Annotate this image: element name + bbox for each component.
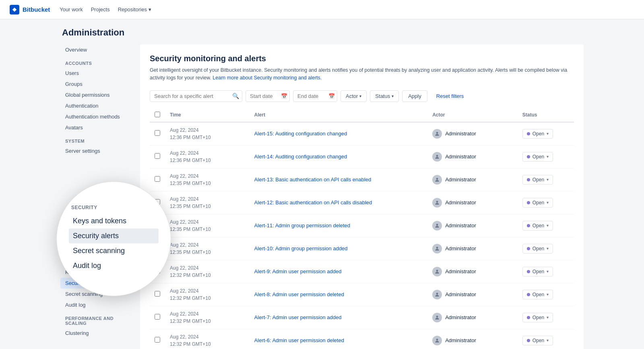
col-status: Status [518, 108, 574, 122]
alert-link[interactable]: Alert-6: Admin user permission deleted [254, 337, 344, 343]
status-badge[interactable]: Open▾ [522, 129, 553, 139]
actor-cell: Administrator [427, 283, 518, 306]
status-dot [527, 270, 530, 273]
sidebar-item-avatars[interactable]: Avatars [60, 122, 134, 133]
status-cell: Open▾ [518, 260, 574, 283]
status-badge[interactable]: Open▾ [522, 336, 553, 345]
actor-cell: Administrator [427, 191, 518, 214]
svg-point-3 [436, 201, 438, 203]
status-dot [527, 201, 530, 204]
status-dropdown-icon: ▾ [547, 131, 549, 136]
actor-avatar [432, 129, 442, 139]
status-badge[interactable]: Open▾ [522, 290, 553, 299]
main-content: Security monitoring and alerts Get intel… [140, 44, 584, 349]
status-badge[interactable]: Open▾ [522, 244, 553, 253]
reset-filters-button[interactable]: Reset filters [431, 91, 470, 102]
zoom-item-secret-scanning[interactable]: Secret scanning [69, 243, 159, 258]
status-filter-btn[interactable]: Status ▾ [370, 90, 399, 102]
logo[interactable]: Bitbucket [10, 5, 50, 15]
alert-cell: Alert-11: Admin group permission deleted [250, 214, 428, 237]
zoom-item-keys-tokens[interactable]: Keys and tokens [69, 214, 159, 229]
time-cell: Aug 22, 2024 12:36 PM GMT+10 [165, 122, 250, 145]
row-checkbox[interactable] [155, 314, 160, 320]
actor-name: Administrator [445, 291, 476, 297]
sidebar-item-clustering[interactable]: Clustering [60, 328, 134, 339]
search-icon: 🔍 [232, 93, 239, 99]
alert-link[interactable]: Alert-13: Basic authentication on API ca… [254, 177, 372, 183]
status-dot [527, 224, 530, 227]
status-cell: Open▾ [518, 237, 574, 260]
status-badge[interactable]: Open▾ [522, 313, 553, 322]
status-text: Open [533, 315, 544, 320]
table-row: Aug 22, 2024 12:35 PM GMT+10Alert-10: Ad… [150, 237, 574, 260]
row-checkbox[interactable] [155, 176, 160, 182]
alert-link[interactable]: Alert-7: Admin user permission added [254, 314, 342, 320]
alert-link[interactable]: Alert-10: Admin group permission added [254, 245, 348, 251]
status-text: Open [533, 292, 544, 297]
actor-name: Administrator [445, 314, 476, 320]
table-row: Aug 22, 2024 12:35 PM GMT+10Alert-13: Ba… [150, 168, 574, 191]
alert-link[interactable]: Alert-15: Auditing configuration changed [254, 131, 347, 137]
nav-projects[interactable]: Projects [91, 6, 110, 12]
time-cell: Aug 22, 2024 12:32 PM GMT+10 [165, 329, 250, 349]
actor-filter-btn[interactable]: Actor ▾ [341, 90, 367, 102]
sidebar-item-global-permissions[interactable]: Global permissions [60, 89, 134, 100]
actor-name: Administrator [445, 337, 476, 343]
row-checkbox[interactable] [155, 130, 160, 136]
svg-point-0 [436, 132, 438, 134]
sidebar-item-auth-methods[interactable]: Authentication methods [60, 111, 134, 122]
alert-cell: Alert-8: Admin user permission deleted [250, 283, 428, 306]
status-badge[interactable]: Open▾ [522, 198, 553, 208]
col-time: Time [165, 108, 250, 122]
zoom-item-security-alerts[interactable]: Security alerts [69, 229, 159, 243]
end-date-icon: 📅 [328, 93, 335, 99]
nav-repositories[interactable]: Repositories ▾ [118, 6, 151, 12]
sidebar-item-groups[interactable]: Groups [60, 79, 134, 89]
status-dropdown-icon: ▾ [547, 154, 549, 159]
sidebar-item-audit-log-bottom[interactable]: Audit log [60, 299, 134, 310]
row-checkbox[interactable] [155, 153, 160, 159]
actor-name: Administrator [445, 222, 476, 229]
alert-link[interactable]: Alert-12: Basic authentication on API ca… [254, 199, 372, 206]
status-arrow-icon: ▾ [392, 94, 394, 98]
actor-avatar [432, 267, 442, 276]
search-input[interactable] [150, 90, 242, 102]
row-checkbox[interactable] [155, 291, 160, 297]
status-cell: Open▾ [518, 306, 574, 329]
alert-cell: Alert-12: Basic authentication on API ca… [250, 191, 428, 214]
logo-icon [10, 5, 19, 15]
status-badge[interactable]: Open▾ [522, 221, 553, 231]
row-checkbox-cell [150, 168, 165, 191]
alert-link[interactable]: Alert-11: Admin group permission deleted [254, 222, 350, 229]
status-badge[interactable]: Open▾ [522, 152, 553, 162]
status-badge[interactable]: Open▾ [522, 175, 553, 185]
sidebar-item-users[interactable]: Users [60, 68, 134, 79]
actor-cell: Administrator [427, 260, 518, 283]
row-checkbox[interactable] [155, 337, 160, 343]
svg-point-4 [436, 224, 438, 226]
status-dropdown-icon: ▾ [547, 223, 549, 228]
sidebar-item-overview[interactable]: Overview [60, 44, 134, 55]
row-checkbox-cell [150, 145, 165, 168]
learn-more-link[interactable]: Learn more about Security monitoring and… [213, 75, 322, 81]
nav-your-work[interactable]: Your work [60, 6, 83, 12]
row-checkbox-cell [150, 306, 165, 329]
table-row: Aug 22, 2024 12:32 PM GMT+10Alert-7: Adm… [150, 306, 574, 329]
alert-link[interactable]: Alert-9: Admin user permission added [254, 268, 342, 274]
sidebar-section-accounts: ACCOUNTS [65, 61, 134, 66]
zoom-item-audit-log[interactable]: Audit log [69, 258, 159, 273]
sidebar-item-authentication[interactable]: Authentication [60, 100, 134, 111]
alert-link[interactable]: Alert-8: Admin user permission deleted [254, 291, 344, 297]
table-row: Aug 22, 2024 12:36 PM GMT+10Alert-14: Au… [150, 145, 574, 168]
svg-point-7 [436, 293, 438, 295]
alert-cell: Alert-13: Basic authentication on API ca… [250, 168, 428, 191]
sidebar-section-system: SYSTEM [65, 139, 134, 143]
header-checkbox[interactable] [155, 112, 160, 117]
status-badge[interactable]: Open▾ [522, 267, 553, 276]
table-row: Aug 22, 2024 12:32 PM GMT+10Alert-9: Adm… [150, 260, 574, 283]
alert-link[interactable]: Alert-14: Auditing configuration changed [254, 154, 347, 160]
apply-button[interactable]: Apply [402, 90, 427, 102]
sidebar-item-server-settings[interactable]: Server settings [60, 145, 134, 156]
actor-avatar [432, 221, 442, 231]
row-checkbox-cell [150, 329, 165, 349]
